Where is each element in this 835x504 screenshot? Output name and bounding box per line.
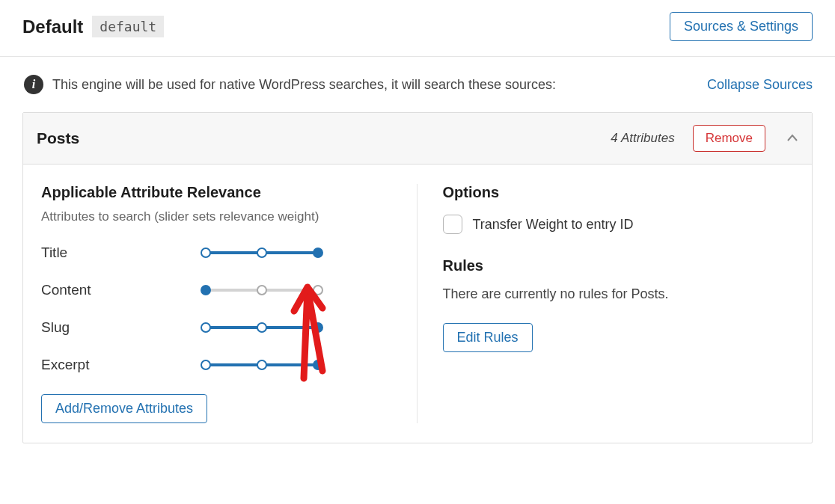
info-icon: i: [24, 75, 43, 94]
source-panel-posts: Posts 4 Attributes Remove Applicable Att…: [22, 112, 813, 443]
attribute-list: TitleContentSlugExcerpt: [41, 245, 393, 373]
slider-tick: [313, 322, 323, 333]
attribute-label: Slug: [41, 319, 206, 336]
info-row: i This engine will be used for native Wo…: [0, 57, 835, 112]
attribute-label: Title: [41, 245, 206, 261]
collapse-caret-icon[interactable]: [786, 132, 798, 145]
attribute-row: Content: [41, 282, 393, 298]
no-rules-text: There are currently no rules for Posts.: [443, 286, 795, 302]
engine-title: Default: [22, 16, 83, 37]
slider-tick: [313, 285, 323, 295]
attribute-count: 4 Attributes: [611, 131, 674, 146]
attribute-label: Excerpt: [41, 357, 206, 373]
slider-tick: [257, 248, 267, 258]
sources-settings-button[interactable]: Sources & Settings: [670, 12, 813, 41]
slider-tick: [201, 322, 211, 333]
rules-title: Rules: [443, 257, 795, 274]
engine-header: Default default Sources & Settings: [0, 0, 835, 57]
attribute-row: Excerpt: [41, 357, 393, 373]
slider-tick: [257, 285, 267, 295]
engine-slug: default: [92, 16, 164, 37]
attributes-title: Applicable Attribute Relevance: [41, 184, 393, 201]
slider-tick: [257, 360, 267, 370]
slider-tick: [313, 248, 323, 258]
attribute-row: Title: [41, 245, 393, 261]
info-left: i This engine will be used for native Wo…: [24, 75, 556, 94]
panel-body: Applicable Attribute Relevance Attribute…: [23, 165, 812, 443]
slider-tick: [313, 360, 323, 370]
attributes-column: Applicable Attribute Relevance Attribute…: [41, 184, 418, 423]
relevance-slider[interactable]: [206, 248, 318, 258]
relevance-slider[interactable]: [206, 360, 318, 370]
collapse-sources-link[interactable]: Collapse Sources: [707, 77, 813, 93]
transfer-weight-checkbox[interactable]: [443, 215, 462, 234]
add-remove-attributes-button[interactable]: Add/Remove Attributes: [41, 394, 207, 423]
edit-rules-button[interactable]: Edit Rules: [443, 323, 533, 352]
engine-header-left: Default default: [22, 16, 164, 37]
slider-tick: [257, 322, 267, 333]
slider-tick: [201, 248, 211, 258]
app-root: Default default Sources & Settings i Thi…: [0, 0, 835, 504]
options-column: Options Transfer Weight to entry ID Rule…: [418, 184, 795, 423]
attributes-subtitle: Attributes to search (slider sets releva…: [41, 207, 393, 227]
info-text: This engine will be used for native Word…: [52, 77, 556, 93]
remove-source-button[interactable]: Remove: [693, 125, 765, 152]
relevance-slider[interactable]: [206, 285, 318, 295]
transfer-weight-option: Transfer Weight to entry ID: [443, 215, 795, 235]
relevance-slider[interactable]: [206, 322, 318, 333]
options-title: Options: [443, 184, 795, 201]
slider-tick: [201, 360, 211, 370]
panel-header: Posts 4 Attributes Remove: [23, 113, 812, 165]
transfer-weight-label: Transfer Weight to entry ID: [473, 215, 634, 235]
attribute-label: Content: [41, 282, 206, 298]
panel-title: Posts: [37, 129, 611, 147]
attribute-row: Slug: [41, 319, 393, 336]
slider-tick: [201, 285, 211, 295]
